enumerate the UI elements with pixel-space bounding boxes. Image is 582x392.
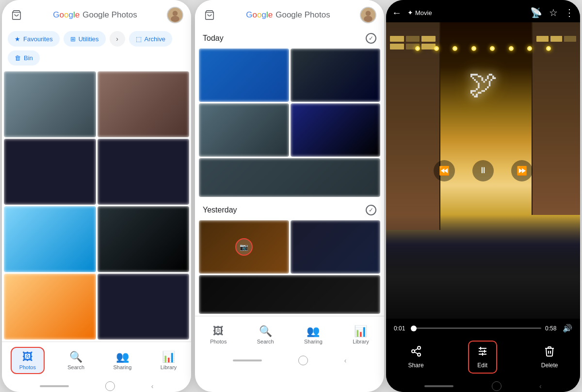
bin-button[interactable]: 🗑 Bin xyxy=(8,50,40,65)
volume-icon[interactable]: 🔊 xyxy=(563,324,572,333)
cast-icon[interactable]: 📡 xyxy=(530,7,542,18)
utilities-button[interactable]: ⊞ Utilities xyxy=(64,31,106,47)
today-photo-1[interactable] xyxy=(199,49,289,102)
today-photo-5[interactable] xyxy=(199,158,380,197)
movie-label: ✦ Movie xyxy=(407,9,432,16)
scroll-more-button[interactable]: › xyxy=(110,31,125,47)
more-options-icon[interactable]: ⋮ xyxy=(565,7,574,18)
photo-cell-1[interactable] xyxy=(4,71,96,137)
photo-cell-8[interactable] xyxy=(97,274,190,340)
photo-cell-7[interactable] xyxy=(4,274,96,340)
grid-icon: ⊞ xyxy=(70,35,76,43)
avatar-2[interactable] xyxy=(360,7,376,23)
delete-action[interactable]: Delete xyxy=(541,345,558,369)
today-section-header: Today ✓ xyxy=(195,27,384,47)
s3-top-left: ← ✦ Movie xyxy=(392,7,432,18)
select-today-button[interactable]: ✓ xyxy=(366,33,376,44)
select-yesterday-button[interactable]: ✓ xyxy=(366,205,376,215)
screen-2: Google Google Photos Today ✓ xyxy=(195,0,384,392)
playback-controls: ⏪ ⏸ ⏩ xyxy=(386,160,580,181)
svg-point-10 xyxy=(418,353,420,356)
share-action[interactable]: Share xyxy=(408,345,424,369)
fast-forward-button[interactable]: ⏩ xyxy=(511,160,533,181)
progress-area: 0:01 0:58 🔊 xyxy=(386,319,580,336)
nav-search[interactable]: 🔍 Search xyxy=(62,348,90,373)
library-nav-icon-2: 📊 xyxy=(354,325,367,338)
archive-icon: ⬚ xyxy=(136,35,142,43)
photo-cell-5[interactable] xyxy=(4,206,96,272)
back-arrow-icon[interactable]: ← xyxy=(392,7,402,18)
yesterday-section-header: Yesterday ✓ xyxy=(195,199,384,218)
nav-photos-2[interactable]: 🖼 Photos xyxy=(204,322,232,347)
screen-3: ← ✦ Movie 📡 ☆ ⋮ xyxy=(386,0,580,392)
svg-point-6 xyxy=(366,11,371,16)
star-icon-3[interactable]: ☆ xyxy=(549,7,558,18)
indicator-circle-2 xyxy=(298,356,308,365)
archive-button[interactable]: ⬚ Archive xyxy=(129,31,172,47)
bottom-action-bar: Share Edit xyxy=(386,336,580,380)
photos-icon-2: 🖼 xyxy=(213,325,224,338)
today-photo-3[interactable] xyxy=(199,103,289,157)
video-background: 🕊 ⏪ ⏸ ⏩ xyxy=(386,22,580,319)
nav-library-2[interactable]: 📊 Library xyxy=(347,322,375,347)
back-chevron[interactable]: ‹ xyxy=(151,382,154,390)
today-photo-grid xyxy=(195,47,384,199)
indicator-circle xyxy=(105,381,115,391)
avatar[interactable] xyxy=(167,7,183,23)
back-chevron-3[interactable]: ‹ xyxy=(539,382,542,390)
photo-cell-4[interactable] xyxy=(97,139,190,205)
bin-icon: 🗑 xyxy=(15,54,21,62)
video-camera-icon: 📷 xyxy=(240,243,248,251)
delete-icon xyxy=(544,345,555,360)
photo-cell-3[interactable] xyxy=(4,139,96,205)
nav-library[interactable]: 📊 Library xyxy=(155,348,183,373)
top-bar-1: Google Google Photos xyxy=(2,0,191,27)
edit-icon xyxy=(477,345,488,360)
svg-line-12 xyxy=(414,349,418,351)
photos-icon: 🖼 xyxy=(22,351,33,363)
app-logo-2: Google Google Photos xyxy=(246,10,330,20)
crowd xyxy=(386,215,580,319)
top-bar-2: Google Google Photos xyxy=(195,0,384,27)
edit-action[interactable]: Edit xyxy=(468,341,497,374)
sharing-nav-icon: 👥 xyxy=(116,351,129,363)
home-indicator-2: ‹ xyxy=(195,355,384,366)
yesterday-photo-3[interactable] xyxy=(199,275,380,314)
yesterday-photo-grid: 📷 xyxy=(195,218,384,316)
progress-bar[interactable] xyxy=(411,327,541,329)
library-nav-icon: 📊 xyxy=(162,351,175,363)
chain-lights xyxy=(415,46,551,82)
home-indicator-3: ‹ xyxy=(386,380,580,392)
search-nav-icon-2: 🔍 xyxy=(259,325,272,338)
bag-icon[interactable] xyxy=(10,8,23,22)
nav-photos[interactable]: 🖼 Photos xyxy=(11,347,45,374)
today-photo-4[interactable] xyxy=(291,103,381,157)
svg-line-11 xyxy=(414,352,418,354)
search-nav-icon: 🔍 xyxy=(69,351,82,363)
yesterday-photo-1[interactable]: 📷 xyxy=(199,220,289,274)
photo-cell-2[interactable] xyxy=(97,71,190,137)
nav-sharing[interactable]: 👥 Sharing xyxy=(107,348,137,373)
nav-sharing-2[interactable]: 👥 Sharing xyxy=(298,322,328,347)
indicator-circle-3 xyxy=(492,381,501,391)
pause-button[interactable]: ⏸ xyxy=(472,160,494,181)
sharing-nav-icon-2: 👥 xyxy=(307,325,320,338)
svg-point-3 xyxy=(171,16,179,22)
progress-thumb[interactable] xyxy=(411,326,417,331)
rewind-button[interactable]: ⏪ xyxy=(434,160,455,181)
bottom-nav-1: 🖼 Photos 🔍 Search 👥 Sharing 📊 Library xyxy=(2,342,191,380)
video-player[interactable]: 🕊 ⏪ ⏸ ⏩ xyxy=(386,22,580,319)
screen-1: Google Google Photos ★ Favourites ⊞ Util… xyxy=(2,0,191,392)
photo-cell-6[interactable] xyxy=(97,206,190,272)
bag-icon-2[interactable] xyxy=(203,8,216,22)
video-top-bar: ← ✦ Movie 📡 ☆ ⋮ xyxy=(386,0,580,22)
yesterday-photo-2[interactable] xyxy=(291,220,381,274)
today-photo-2[interactable] xyxy=(291,49,381,102)
star-icon: ★ xyxy=(15,35,20,43)
svg-point-9 xyxy=(412,350,415,353)
back-chevron-2[interactable]: ‹ xyxy=(344,357,347,364)
svg-point-7 xyxy=(364,16,372,22)
app-logo: Google Google Photos xyxy=(53,10,137,20)
nav-search-2[interactable]: 🔍 Search xyxy=(251,322,280,347)
favourites-button[interactable]: ★ Favourites xyxy=(8,31,60,47)
